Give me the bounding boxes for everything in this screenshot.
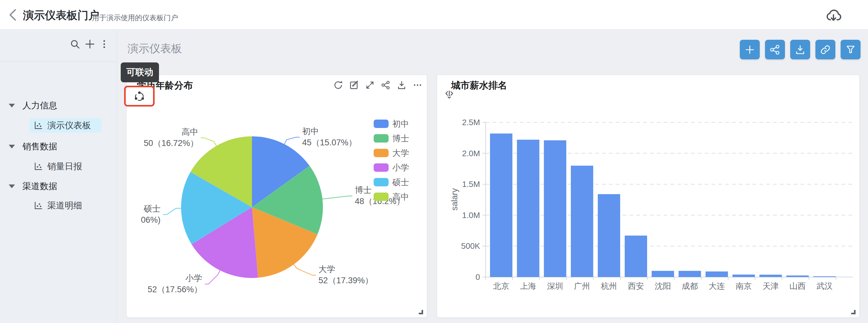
x-category-label: 沈阳: [655, 281, 671, 291]
bar-天津[interactable]: [760, 275, 782, 277]
legend-item-高中[interactable]: 高中: [374, 189, 409, 204]
y-axis-title: salary: [450, 188, 459, 211]
tree-group-label: 销售数据: [22, 141, 57, 152]
pie-data-label-value: 52（17.39%）: [318, 276, 373, 285]
x-category-label: 西安: [628, 281, 644, 291]
pie-data-label-value: 45（15.07%）: [302, 138, 357, 147]
tree-group-channel[interactable]: 渠道数据: [9, 179, 57, 193]
x-category-label: 大连: [709, 281, 725, 291]
filter-button[interactable]: [841, 40, 861, 59]
portal-subtitle: 用于演示使用的仪表板门户: [92, 13, 178, 23]
sidebar: 人力信息 演示仪表板 销售数据 销量日报: [0, 30, 117, 323]
x-category-label: 南京: [736, 281, 752, 291]
x-category-label: 杭州: [600, 281, 617, 291]
legend-label: 初中: [392, 118, 409, 130]
x-category-label: 北京: [493, 281, 509, 291]
x-category-label: 深圳: [547, 281, 563, 291]
portal-header: 演示仪表板门户 用于演示使用的仪表板门户: [0, 0, 868, 30]
linkage-icon[interactable]: [133, 91, 145, 102]
tree-item-demo-dashboard[interactable]: 演示仪表板: [29, 118, 101, 133]
portal-title: 演示仪表板门户: [23, 8, 99, 23]
x-category-label: 武汉: [816, 281, 833, 291]
legend-label: 高中: [392, 191, 409, 203]
tree-item-sales-daily[interactable]: 销量日报: [34, 159, 82, 174]
pie-data-label-value: 52（17.56%）: [148, 285, 202, 294]
caret-down-icon[interactable]: [9, 104, 15, 107]
pie-data-label: 博士: [355, 185, 371, 195]
linkage-tooltip: 可联动: [121, 63, 159, 82]
caret-down-icon[interactable]: [9, 145, 15, 148]
resize-handle[interactable]: [419, 310, 423, 314]
bar-card: 城市薪水排名 2.5M2.0M1.5M1.0M500K0salary北京上海深圳…: [437, 75, 859, 317]
legend-item-小学[interactable]: 小学: [374, 160, 409, 175]
tree-item-channel-detail[interactable]: 渠道明细: [34, 199, 82, 213]
legend-item-博士[interactable]: 博士: [374, 131, 409, 146]
cloud-download-icon[interactable]: [825, 7, 842, 24]
y-tick-label: 0: [476, 273, 480, 282]
pie-data-label: 硕士: [144, 204, 160, 213]
legend-item-大学[interactable]: 大学: [374, 146, 409, 160]
bar-成都[interactable]: [679, 271, 701, 277]
bar-北京[interactable]: [490, 134, 513, 277]
y-tick-label: 500K: [461, 241, 480, 251]
legend-swatch: [374, 164, 389, 172]
y-tick-label: 2.0M: [462, 149, 480, 158]
x-category-label: 山西: [789, 281, 806, 291]
bar-南京[interactable]: [732, 275, 755, 277]
pie-label-leader: [201, 138, 217, 147]
pie-data-label: 初中: [302, 127, 319, 136]
x-category-label: 上海: [520, 281, 536, 291]
tree-item-label: 销量日报: [47, 160, 82, 172]
legend-swatch: [374, 192, 389, 201]
download-button[interactable]: [790, 40, 810, 59]
pie-card: 学历年龄分布 初中45（15.07%）博士48（16.2%）大学52（17.39…: [127, 75, 427, 317]
pie-legend: 初中博士大学小学硕士高中: [374, 116, 409, 204]
y-tick-label: 2.5M: [462, 118, 480, 127]
dashboard-title: 演示仪表板: [128, 41, 182, 56]
bar-沈阳[interactable]: [652, 271, 674, 277]
legend-swatch: [374, 134, 389, 143]
legend-swatch: [374, 149, 389, 157]
add-icon[interactable]: [85, 39, 95, 49]
share-button[interactable]: [765, 40, 785, 59]
kebab-menu-icon[interactable]: [99, 39, 110, 49]
pie-data-label: 小学: [185, 274, 202, 283]
search-icon[interactable]: [70, 39, 80, 49]
legend-swatch: [374, 119, 389, 128]
legend-item-硕士[interactable]: 硕士: [374, 175, 409, 189]
bar-大连[interactable]: [706, 272, 728, 277]
y-tick-label: 1.0M: [462, 211, 480, 220]
legend-label: 大学: [392, 147, 409, 159]
bar-山西[interactable]: [786, 276, 809, 277]
pie-label-leader: [205, 269, 221, 284]
bar-杭州[interactable]: [598, 194, 620, 277]
back-icon[interactable]: [7, 8, 18, 22]
legend-item-初中[interactable]: 初中: [374, 116, 409, 131]
tree-group-sales[interactable]: 销售数据: [9, 139, 57, 154]
tree-group-label: 渠道数据: [22, 180, 57, 192]
link-button[interactable]: [815, 40, 835, 59]
tree-group-hr[interactable]: 人力信息: [9, 99, 57, 113]
chart-icon: [34, 162, 43, 171]
y-tick-label: 1.5M: [462, 180, 480, 189]
linkage-highlight-box[interactable]: [124, 86, 155, 107]
bar-西安[interactable]: [625, 236, 647, 277]
bar-深圳[interactable]: [544, 140, 566, 277]
bar-chart: 2.5M2.0M1.5M1.0M500K0salary北京上海深圳广州杭州西安沈…: [437, 75, 859, 317]
caret-down-icon[interactable]: [9, 184, 15, 188]
pie-data-label: 高中: [182, 127, 198, 137]
add-view-button[interactable]: [740, 40, 760, 59]
pie-data-label-value: 06%): [141, 215, 160, 224]
pie-data-label-value: 50（16.72%）: [144, 139, 198, 148]
resize-handle[interactable]: [851, 310, 856, 314]
bar-武汉[interactable]: [813, 277, 836, 277]
bar-广州[interactable]: [571, 166, 593, 277]
bar-上海[interactable]: [517, 140, 539, 277]
legend-label: 小学: [392, 162, 409, 173]
chart-icon: [34, 121, 43, 130]
chart-icon: [34, 201, 43, 210]
legend-swatch: [374, 178, 389, 186]
pie-label-leader: [321, 196, 352, 199]
tree-group-label: 人力信息: [22, 100, 57, 111]
pie-label-leader: [293, 263, 316, 275]
